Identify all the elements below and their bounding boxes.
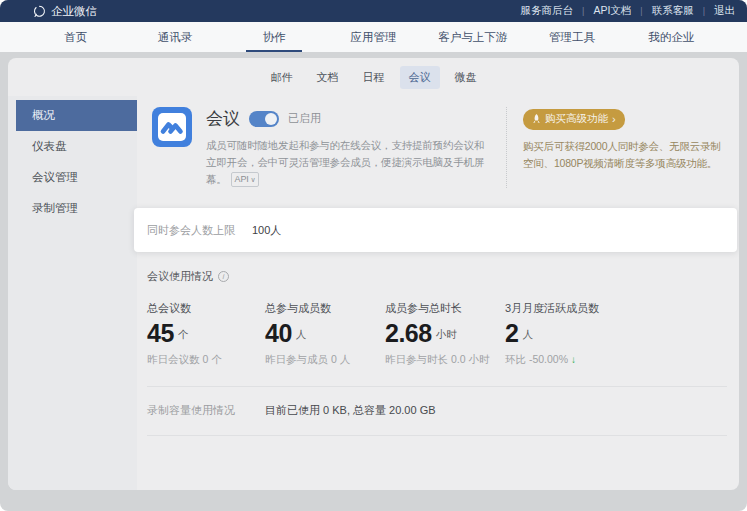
stat-unit: 个 [178,328,189,346]
usage-title-text: 会议使用情况 [147,269,213,284]
chevron-right-icon [612,113,616,125]
topbar-link-logout[interactable]: 退出 [714,4,735,18]
premium-promo-description: 购买后可获得2000人同时参会、无限云录制空间、1080P视频清晰度等多项高级功… [523,138,727,172]
recording-capacity-row: 录制容量使用情况 目前已使用 0 KB, 总容量 20.00 GB [147,387,727,435]
stat-unit: 小时 [436,328,457,346]
nav-item-admin-tools[interactable]: 管理工具 [522,22,621,52]
app-info: 会议 已启用 成员可随时随地发起和参与的在线会议，支持提前预约会议和立即开会，会… [206,107,494,188]
buy-premium-label: 购买高级功能 [545,112,608,126]
wework-logo-text: 企业微信 [51,4,97,19]
toggle-knob [265,113,277,125]
app-title-row: 会议 已启用 [206,107,494,130]
browser-window: 企业微信 服务商后台 | API文档 | 联系客服 | 退出 首页 通讯录 协作… [0,0,747,511]
status-label: 已启用 [288,111,321,126]
tab-docs[interactable]: 文档 [308,66,348,89]
participant-limit-value: 100人 [252,223,281,238]
participant-limit-label: 同时参会人数上限 [134,223,252,238]
buy-premium-button[interactable]: 购买高级功能 [523,109,625,130]
main-nav: 首页 通讯录 协作 应用管理 客户与上下游 管理工具 我的企业 [0,22,747,52]
sidebar-item-overview[interactable]: 概况 [16,100,137,131]
stat-total-duration: 成员参与总时长 2.68 小时 昨日参与时长 0.0 小时 [385,301,505,367]
content-panel: 邮件 文档 日程 会议 微盘 概况 仪表盘 会议管理 录制管理 [8,58,739,490]
stat-value: 2 人 [505,320,727,346]
recording-capacity-value: 目前已使用 0 KB, 总容量 20.00 GB [265,403,436,418]
meeting-usage-section: 会议使用情况 总会议数 45 个 昨日会议数 0 个 [147,252,727,367]
topbar: 企业微信 服务商后台 | API文档 | 联系客服 | 退出 [0,0,747,22]
nav-item-contacts[interactable]: 通讯录 [125,22,224,52]
stat-number: 45 [147,320,174,346]
stat-subtext: 昨日参与时长 0.0 小时 [385,353,505,367]
meeting-app-icon [152,107,192,147]
topbar-link-support[interactable]: 联系客服 [652,4,694,18]
stat-label: 成员参与总时长 [385,301,505,316]
main-content: 会议 已启用 成员可随时随地发起和参与的在线会议，支持提前预约会议和立即开会，会… [137,96,739,490]
stat-label: 3月月度活跃成员数 [505,301,727,316]
nav-item-apps[interactable]: 应用管理 [324,22,423,52]
stat-subtext: 昨日会议数 0 个 [147,353,265,367]
sidebar: 概况 仪表盘 会议管理 录制管理 [8,96,137,490]
recording-capacity-label: 录制容量使用情况 [147,403,265,418]
stat-number: 2.68 [385,320,432,346]
api-dropdown[interactable]: API [231,172,260,187]
app-header: 会议 已启用 成员可随时随地发起和参与的在线会议，支持提前预约会议和立即开会，会… [147,96,727,188]
wework-logo-icon [33,5,46,18]
usage-stats: 总会议数 45 个 昨日会议数 0 个 总参与成员数 40 人 [147,301,727,367]
stat-number: 40 [265,320,292,346]
divider [147,435,727,436]
topbar-link-api-docs[interactable]: API文档 [593,4,631,18]
stat-total-participants: 总参与成员数 40 人 昨日参与成员 0 人 [265,301,385,367]
stat-unit: 人 [522,328,533,346]
tab-meeting[interactable]: 会议 [400,66,440,89]
premium-promo: 购买高级功能 购买后可获得2000人同时参会、无限云录制空间、1080P视频清晰… [506,107,727,188]
panel-body: 概况 仪表盘 会议管理 录制管理 [8,96,739,490]
stat-value: 2.68 小时 [385,320,505,346]
stat-number: 2 [505,320,518,346]
app-summary: 会议 已启用 成员可随时随地发起和参与的在线会议，支持提前预约会议和立即开会，会… [147,107,494,188]
trend-down-icon [571,354,576,365]
nav-item-customers[interactable]: 客户与上下游 [423,22,522,52]
participant-limit-row: 同时参会人数上限 100人 [134,208,737,252]
stat-value: 40 人 [265,320,385,346]
nav-item-home[interactable]: 首页 [26,22,125,52]
tab-mail[interactable]: 邮件 [262,66,302,89]
wework-logo[interactable]: 企业微信 [33,4,97,19]
app-description: 成员可随时随地发起和参与的在线会议，支持提前预约会议和立即开会，会中可灵活管理参… [206,137,494,188]
stat-label: 总参与成员数 [265,301,385,316]
stat-unit: 人 [296,328,307,346]
info-icon[interactable] [218,271,229,282]
app-title: 会议 [206,107,240,130]
nav-item-collaboration[interactable]: 协作 [225,22,324,52]
sidebar-item-dashboard[interactable]: 仪表盘 [16,131,137,162]
tab-calendar[interactable]: 日程 [354,66,394,89]
divider: | [640,6,642,16]
divider: | [703,6,705,16]
stat-label: 总会议数 [147,301,265,316]
stat-monthly-active: 3月月度活跃成员数 2 人 环比 -50.00% [505,301,727,367]
sidebar-item-meeting-management[interactable]: 会议管理 [16,162,137,193]
nav-item-my-company[interactable]: 我的企业 [622,22,721,52]
stat-subtext: 昨日参与成员 0 人 [265,353,385,367]
stat-total-meetings: 总会议数 45 个 昨日会议数 0 个 [147,301,265,367]
enabled-toggle[interactable] [249,111,279,127]
collab-subtabs: 邮件 文档 日程 会议 微盘 [8,58,739,96]
divider: | [582,6,584,16]
tab-drive[interactable]: 微盘 [446,66,486,89]
topbar-links: 服务商后台 | API文档 | 联系客服 | 退出 [521,4,735,18]
usage-section-title: 会议使用情况 [147,269,727,284]
topbar-link-provider[interactable]: 服务商后台 [521,4,574,18]
rocket-icon [532,114,541,124]
sidebar-item-recording-management[interactable]: 录制管理 [16,193,137,224]
stat-value: 45 个 [147,320,265,346]
stat-subtext: 环比 -50.00% [505,353,727,367]
